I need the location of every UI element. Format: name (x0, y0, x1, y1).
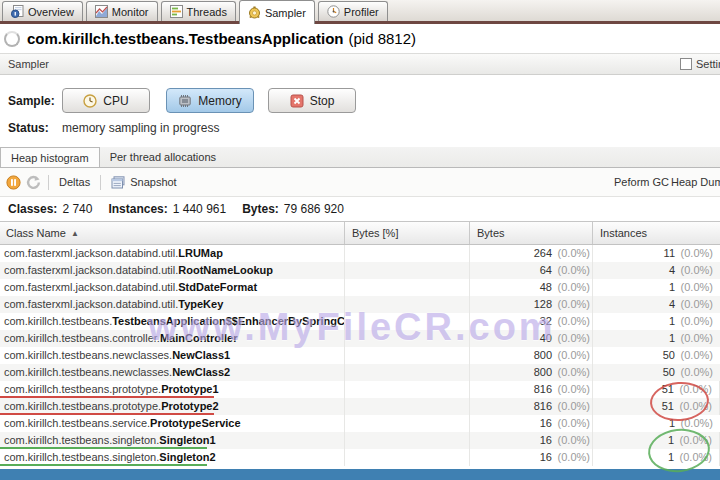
instances-value: 4 (593, 296, 675, 313)
bytes-percent: (0.0%) (552, 279, 592, 296)
table-row[interactable]: com.kirillch.testbeans.singleton.Singlet… (0, 449, 720, 466)
class-text: Singleton2 (159, 451, 215, 463)
subtab-label: Per thread allocations (110, 151, 216, 163)
sample-label: Sample: (8, 94, 55, 108)
instances-value: 50 (593, 364, 675, 381)
table-row[interactable]: com.fasterxml.jackson.databind.util.LRUM… (0, 245, 720, 262)
cpu-sample-button[interactable]: CPU (62, 88, 150, 113)
column-header-bytes-percent[interactable]: Bytes [%] (345, 222, 470, 244)
stop-sample-button[interactable]: Stop (268, 88, 356, 113)
heap-histogram-table: com.fasterxml.jackson.databind.util.LRUM… (0, 245, 720, 466)
package-text: com.kirillch.testbeans.newclasses. (4, 349, 172, 361)
table-row[interactable]: com.fasterxml.jackson.databind.util.StdD… (0, 279, 720, 296)
class-text: Singleton1 (159, 434, 215, 446)
package-text: com.kirillch.testbeans.newclasses. (4, 366, 172, 378)
instances-percent: (0.0%) (675, 347, 720, 364)
package-text: com.kirillch.testbeans.singleton. (4, 451, 159, 463)
package-text: com.kirillch.testbeans.singleton. (4, 434, 159, 446)
profiler-icon (327, 5, 340, 18)
bytes-percent: (0.0%) (552, 364, 592, 381)
bytes-value: 816 (470, 398, 552, 415)
bytes-percent-cell (345, 449, 470, 466)
threads-icon (170, 5, 183, 18)
bytes-percent-cell (345, 245, 470, 262)
class-name-cell: com.fasterxml.jackson.databind.util.LRUM… (0, 245, 345, 262)
bytes-label: Bytes: (242, 202, 279, 216)
package-text: com.fasterxml.jackson.databind.util. (4, 247, 178, 259)
snapshot-button[interactable]: Snapshot (108, 174, 179, 191)
bytes-cell: 16(0.0%) (470, 415, 593, 432)
bytes-percent: (0.0%) (552, 262, 592, 279)
instances-cell: 1(0.0%) (593, 415, 720, 432)
toolbar-separator (48, 175, 49, 190)
instances-value: 11 (593, 245, 675, 262)
status-text: memory sampling in progress (62, 121, 219, 135)
table-row[interactable]: com.kirillch.testbeans.prototype.Prototy… (0, 398, 720, 415)
column-header-class-name[interactable]: Class Name ▲ (0, 222, 345, 244)
table-row[interactable]: com.fasterxml.jackson.databind.util.Root… (0, 262, 720, 279)
class-name-cell: com.kirillch.testbeans.newclasses.NewCla… (0, 364, 345, 381)
bytes-value: 79 686 920 (284, 202, 344, 216)
column-header-instances[interactable]: Instances (593, 222, 720, 244)
instances-cell: 50(0.0%) (593, 364, 720, 381)
spinner-icon (4, 31, 20, 47)
cpu-button-label: CPU (103, 94, 128, 108)
tab-overview[interactable]: Overview (2, 1, 83, 21)
instances-label: Instances: (108, 202, 167, 216)
bytes-percent: (0.0%) (552, 432, 592, 449)
bytes-cell: 264(0.0%) (470, 245, 593, 262)
class-name-cell: com.kirillch.testbeans.service.Prototype… (0, 415, 345, 432)
tab-monitor[interactable]: Monitor (86, 1, 158, 21)
bytes-percent-cell (345, 262, 470, 279)
instances-cell: 1(0.0%) (593, 279, 720, 296)
table-row[interactable]: com.kirillch.testbeans.singleton.Singlet… (0, 432, 720, 449)
tab-label: Threads (187, 6, 227, 18)
settings-toggle[interactable]: Settings (680, 58, 720, 70)
package-text: com.kirillch.testbeans.service. (4, 417, 150, 429)
table-row[interactable]: com.kirillch.testbeans.service.Prototype… (0, 415, 720, 432)
tab-heap-histogram[interactable]: Heap histogram (0, 147, 100, 167)
bytes-percent-cell (345, 381, 470, 398)
bytes-percent: (0.0%) (552, 449, 592, 466)
bytes-percent-cell (345, 347, 470, 364)
bytes-value: 64 (470, 262, 552, 279)
package-text: com.kirillch.testbeans.prototype. (4, 400, 161, 412)
pause-button[interactable] (6, 175, 21, 190)
perform-gc-button[interactable]: Peform GC (614, 176, 669, 188)
overview-icon (11, 5, 24, 18)
table-row[interactable]: com.kirillch.testbeans.prototype.Prototy… (0, 381, 720, 398)
bytes-value: 16 (470, 432, 552, 449)
refresh-button[interactable] (26, 175, 41, 190)
heap-dump-button[interactable]: Heap Dump (671, 176, 720, 188)
class-text: RootNameLookup (178, 264, 273, 276)
visualvm-window: Overview Monitor Threads Sampler Profile… (0, 0, 720, 480)
deltas-label: Deltas (59, 176, 90, 188)
tab-sampler[interactable]: Sampler (239, 0, 315, 24)
sampler-icon (248, 6, 261, 19)
memory-sample-button[interactable]: Memory (166, 88, 254, 113)
class-name-cell: com.kirillch.testbeans.newclasses.NewCla… (0, 347, 345, 364)
bytes-cell: 800(0.0%) (470, 347, 593, 364)
instances-value: 1 440 961 (173, 202, 226, 216)
table-row[interactable]: com.kirillch.testbeans.newclasses.NewCla… (0, 364, 720, 381)
deltas-button[interactable]: Deltas (56, 174, 93, 190)
stop-icon (290, 94, 304, 108)
column-header-bytes[interactable]: Bytes (470, 222, 593, 244)
class-text: Prototype1 (161, 383, 218, 395)
bytes-percent-cell (345, 364, 470, 381)
tab-threads[interactable]: Threads (161, 1, 236, 21)
table-row[interactable]: com.kirillch.testbeans.newclasses.NewCla… (0, 347, 720, 364)
bytes-percent: (0.0%) (552, 415, 592, 432)
package-text: com.kirillch.testbeans.prototype. (4, 383, 161, 395)
green-underline-annotation (0, 464, 207, 466)
table-header: Class Name ▲ Bytes [%] Bytes Instances (0, 222, 720, 245)
tab-profiler[interactable]: Profiler (318, 1, 388, 21)
package-text: com.fasterxml.jackson.databind.util. (4, 281, 178, 293)
instances-value: 1 (593, 313, 675, 330)
tab-per-thread-allocations[interactable]: Per thread allocations (100, 147, 226, 167)
settings-checkbox[interactable] (680, 58, 692, 70)
bytes-percent-cell (345, 432, 470, 449)
tab-label: Monitor (112, 6, 149, 18)
bytes-value: 264 (470, 245, 552, 262)
bytes-value: 800 (470, 347, 552, 364)
